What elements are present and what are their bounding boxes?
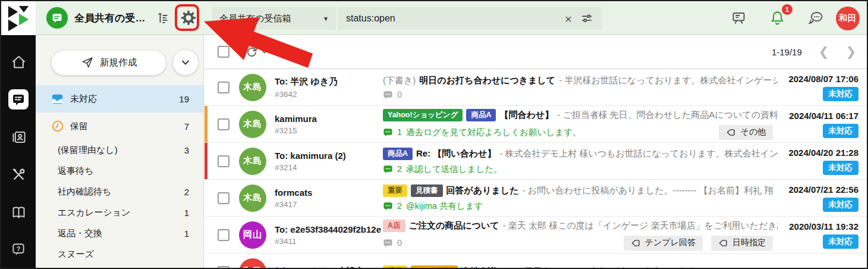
home-icon xyxy=(11,54,27,70)
paper-plane-icon xyxy=(81,56,94,69)
sidebar-item-label: 保留 xyxy=(70,121,88,132)
row-checkbox[interactable] xyxy=(218,155,229,167)
chevron-down-icon: ▼ xyxy=(323,15,329,22)
gear-icon xyxy=(180,10,197,26)
sidebar-item-no-reason[interactable]: (保留理由なし) 3 xyxy=(36,140,203,161)
sidebar-item-returns[interactable]: 返品・交換 1 xyxy=(36,223,203,244)
select-all-checkbox[interactable] xyxy=(218,46,229,58)
tag-chip[interactable]: テンプレ回答 xyxy=(624,236,703,251)
ticket-subject: ご注文の商品について xyxy=(409,220,499,232)
chevron-down-icon xyxy=(261,48,268,55)
ticket-preview: - 半沢様お世話になっております。株式会社インゲージです。明日… xyxy=(559,75,778,86)
tag-chip[interactable]: 日時指定 xyxy=(711,236,773,251)
ticket-number: #3214 xyxy=(275,163,382,172)
inbox-dropdown[interactable]: 全員共有の受信箱 ▼ xyxy=(212,7,336,30)
sidebar-item-internal-check[interactable]: 社内確認待ち 2 xyxy=(36,182,203,202)
label-badge[interactable]: 商品A xyxy=(466,109,496,121)
ticket-date: 2024/08/07 17:06 xyxy=(778,74,858,84)
nav-tools-button[interactable] xyxy=(8,164,29,184)
list-toolbar: 1-19/19 ❮ ❯ xyxy=(205,35,867,69)
ticket-number: #3411 xyxy=(275,237,382,246)
ticket-row[interactable]: 木島 To: 半沢 ゆき乃 #3642 (下書き) 明日のお打ち合わせにつきまし… xyxy=(205,69,867,106)
tag-chip-label: 日時指定 xyxy=(732,237,766,248)
user-avatar[interactable]: 和田 xyxy=(836,7,860,30)
ticket-row[interactable]: 木島 formcats #3417 重要 見積書 回答がありました - お問い合… xyxy=(205,180,867,217)
sidebar-item-label: 社内確認待ち xyxy=(58,186,111,198)
comment-bubble-icon xyxy=(383,201,393,211)
row-checkbox[interactable] xyxy=(218,192,229,204)
ticket-date: 2024/04/21 21:17 xyxy=(778,267,858,269)
tools-icon xyxy=(11,167,27,183)
label-badge[interactable]: 原因調査中 xyxy=(411,265,458,269)
sidebar-item-untouched[interactable]: 未対応 19 xyxy=(36,85,203,112)
clear-search-icon[interactable]: × xyxy=(565,12,572,25)
chat-bubbles-icon xyxy=(807,10,824,27)
announcements-button[interactable] xyxy=(728,8,749,29)
notifications-button[interactable]: 1 xyxy=(767,8,787,29)
search-input[interactable]: status:open × xyxy=(338,7,602,30)
inbox-icon xyxy=(50,92,65,107)
row-checkbox[interactable] xyxy=(218,82,229,93)
message-bubble-icon xyxy=(51,12,63,24)
row-checkbox[interactable] xyxy=(218,266,229,269)
sort-settings-button[interactable] xyxy=(153,8,174,28)
comment-text: 過去ログを見て対応よろしくお願いします。 xyxy=(406,127,581,138)
nav-tickets-button[interactable] xyxy=(8,89,29,110)
nav-manual-button[interactable] xyxy=(8,202,29,222)
tag-chip-label: テンプレ回答 xyxy=(645,237,696,248)
refresh-button[interactable] xyxy=(245,45,268,59)
ticket-recipient: To: e2e53f3844029f2b12e xyxy=(275,224,382,234)
sidebar-item-escalation[interactable]: エスカレーション 1 xyxy=(36,202,203,223)
status-badge: 未対応 xyxy=(823,234,859,249)
ticket-number: #3642 xyxy=(275,90,382,99)
comment-count: 2 xyxy=(397,201,402,211)
search-filter-button[interactable] xyxy=(580,12,593,25)
label-badge[interactable]: 商品A xyxy=(383,148,413,160)
draft-label: (下書き) xyxy=(383,75,416,86)
ticket-recipient: To: kamimura (2) xyxy=(275,151,382,161)
label-badge[interactable]: A店 xyxy=(383,220,405,232)
inbox-settings-button[interactable] xyxy=(178,8,199,28)
status-badge: 未対応 xyxy=(823,198,859,212)
nav-contacts-button[interactable] xyxy=(8,127,29,147)
refresh-icon xyxy=(245,45,259,59)
ticket-row[interactable]: 木島 kamimura #3215 Yahoo!ショッピング 商品A 【問合わせ… xyxy=(205,106,867,143)
label-badge[interactable]: 重要 xyxy=(383,265,407,269)
prev-page-button[interactable]: ❮ xyxy=(819,46,829,58)
tag-chip[interactable]: その他 xyxy=(719,125,773,140)
comment-count: 1 xyxy=(397,127,402,137)
chat-button[interactable] xyxy=(806,8,826,29)
label-badge[interactable]: 見積書 xyxy=(411,184,443,197)
ticket-preview: - 楽天 太郎 様この度は「インゲージ 楽天市場店」をご利用いただき誠にありがと… xyxy=(503,220,778,232)
sidebar-item-waiting-reply[interactable]: 返事待ち xyxy=(36,161,203,182)
sidebar-item-snooze[interactable]: スヌーズ xyxy=(36,244,203,265)
row-checkbox[interactable] xyxy=(218,229,229,241)
list-display-button[interactable] xyxy=(284,45,307,59)
ticket-contact: (コンタクト未設定) xyxy=(289,266,367,269)
ticket-preview: - 株式会社デモ上村 様いつもお世話になっております。株式会社インゲージの木島… xyxy=(499,148,778,159)
next-page-button[interactable]: ❯ xyxy=(845,46,856,58)
comment-bubble-icon xyxy=(383,127,393,137)
header-actions: 1 和田 xyxy=(720,1,860,35)
nav-home-button[interactable] xyxy=(8,52,29,72)
comment-bubble-icon xyxy=(383,90,393,100)
label-badge[interactable]: Yahoo!ショッピング xyxy=(383,109,463,121)
ticket-date: 2024/04/11 06:17 xyxy=(778,111,858,121)
row-checkbox[interactable] xyxy=(218,118,229,130)
brand-logo[interactable] xyxy=(1,1,36,35)
inbox-dropdown-value: 全員共有の受信箱 xyxy=(219,13,291,24)
avatar: 木島 xyxy=(239,148,266,175)
ticket-row[interactable]: 岡山 To: e2e53f3844029f2b12e #3411 A店 ご注文の… xyxy=(205,217,867,254)
compose-more-button[interactable] xyxy=(172,49,199,76)
ticket-row[interactable]: 木島 To: kamimura (2) #3214 商品A Re: 【問い合わせ… xyxy=(205,143,867,180)
comment-text: @kijima 共有します xyxy=(406,201,483,212)
nav-help-button[interactable]: ? xyxy=(8,239,29,259)
label-badge[interactable]: 重要 xyxy=(383,184,407,197)
status-menu: 未対応 19 保留 7 (保留理由なし) 3 返事待ち xyxy=(36,85,203,265)
ticket-row[interactable]: 和田 (コンタクト未設定) 重要 原因調査中 進捗会議メモ - 展示会について … xyxy=(205,254,867,269)
compose-button[interactable]: 新規作成 xyxy=(51,50,166,76)
search-query-text: status:open xyxy=(346,13,395,24)
sidebar-item-label: 返品・交換 xyxy=(58,228,102,239)
sidebar-item-onhold[interactable]: 保留 7 xyxy=(36,112,203,140)
page-range-label: 1-19/19 xyxy=(772,47,802,57)
